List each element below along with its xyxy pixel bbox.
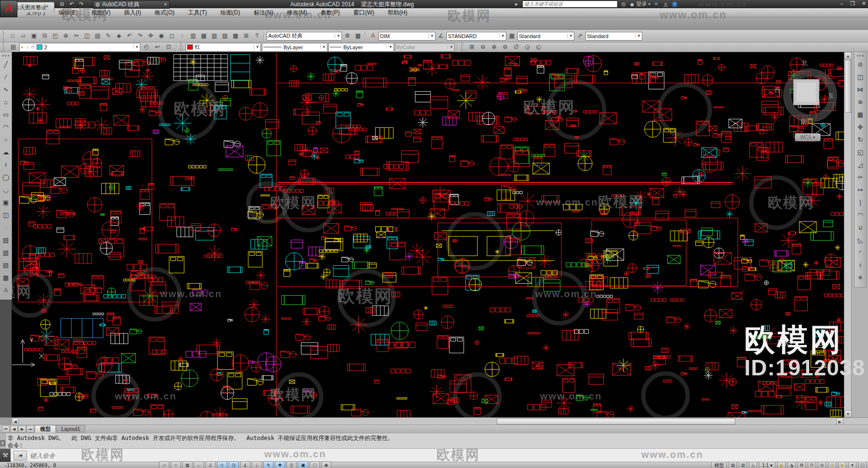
annotation-monitor-toggle[interactable]: ◉: [321, 461, 331, 468]
ellipse-icon[interactable]: ◯: [1, 171, 11, 184]
extend-icon[interactable]: ↦: [855, 184, 865, 196]
array-icon[interactable]: ▦: [855, 109, 865, 121]
rectangle-icon[interactable]: ▭: [1, 109, 11, 121]
menu-item[interactable]: 视图(V): [84, 9, 117, 17]
mirror-icon[interactable]: ⋈: [855, 83, 865, 96]
viewcube-west-label[interactable]: 西: [774, 86, 781, 95]
menu-item[interactable]: 绘图(D): [214, 9, 247, 17]
wcs-menu-button[interactable]: WCS ▾: [795, 133, 821, 141]
copy-clip-icon[interactable]: ◫: [82, 31, 92, 41]
multileader-style-select[interactable]: Standard▼: [585, 32, 642, 41]
circle-icon[interactable]: ○: [1, 134, 11, 146]
scroll-left-icon[interactable]: ◀: [12, 418, 19, 425]
annotation-scale-icon[interactable]: △: [749, 462, 757, 468]
layer-lock-icon[interactable]: ⊓: [31, 45, 35, 50]
remove-from-group-icon[interactable]: ⊜: [500, 42, 510, 52]
layer-translator-icon[interactable]: ⊡: [163, 42, 174, 52]
annotation-visibility-icon[interactable]: ◭: [777, 462, 786, 468]
signin-button[interactable]: ☻ 登录 ▾: [629, 0, 651, 8]
toolbar-grip[interactable]: [180, 42, 184, 52]
region-icon[interactable]: ▤: [1, 259, 11, 272]
model-space-button[interactable]: 模型: [711, 462, 727, 468]
break-icon[interactable]: ◠: [855, 209, 865, 221]
gradient-icon[interactable]: ▧: [1, 247, 11, 259]
exchange-apps-icon[interactable]: ✕: [652, 1, 660, 7]
open-file-icon[interactable]: ▱: [29, 0, 37, 8]
layer-previous-icon[interactable]: ↩: [152, 42, 163, 52]
snap-mode-toggle[interactable]: ⌗: [171, 461, 181, 468]
table-style-select[interactable]: Standard▼: [517, 32, 574, 41]
group-bounding-box-icon[interactable]: ∅: [511, 42, 521, 52]
first-tab-icon[interactable]: ⏮: [2, 426, 10, 433]
paste-icon[interactable]: ▤: [93, 31, 103, 41]
named-group-icon[interactable]: ◶: [522, 42, 532, 52]
polygon-icon[interactable]: ⌂: [1, 96, 11, 109]
construction-line-icon[interactable]: ∕: [1, 71, 11, 83]
layer-properties-manager-icon[interactable]: ▤: [8, 42, 18, 52]
properties-palette-icon[interactable]: ▥: [188, 31, 198, 41]
viewcube-top-face[interactable]: [793, 79, 819, 105]
viewcube-north-label[interactable]: 北: [801, 59, 808, 68]
make-block-icon[interactable]: ◫: [1, 209, 11, 221]
layer-freeze-sun-icon[interactable]: ☼: [25, 45, 29, 50]
toolbar-grip[interactable]: [3, 31, 6, 41]
markup-set-manager-icon[interactable]: ▩: [231, 31, 241, 41]
quick-view-drawings-icon[interactable]: ▥: [739, 462, 747, 468]
group-icon[interactable]: ⊞: [467, 42, 477, 52]
designcenter-icon[interactable]: ▦: [199, 31, 209, 41]
layer-states-icon[interactable]: ◴: [141, 42, 151, 52]
my-workspace-icon[interactable]: ▩: [353, 31, 363, 41]
point-icon[interactable]: ·: [1, 221, 11, 234]
model-tab[interactable]: 模型: [35, 425, 56, 433]
dynamic-ucs-toggle[interactable]: ⊥: [252, 461, 262, 468]
undo-icon[interactable]: ↶: [68, 0, 76, 8]
annotation-scale-value[interactable]: 1:1 ▾: [759, 462, 775, 468]
prev-tab-icon[interactable]: ◀: [10, 426, 18, 433]
quickcalc-icon[interactable]: ⊞: [241, 31, 251, 41]
infer-constraints-toggle[interactable]: ▱: [159, 461, 169, 468]
menu-item[interactable]: 编辑(E): [52, 9, 84, 17]
3d-object-snap-toggle[interactable]: ◳: [229, 461, 239, 468]
pan-icon[interactable]: ✜: [146, 31, 156, 41]
spline-icon[interactable]: ≀: [1, 159, 11, 171]
ortho-mode-toggle[interactable]: ∟: [194, 461, 204, 468]
quick-view-layouts-icon[interactable]: ▤: [729, 462, 737, 468]
workspace-settings-icon[interactable]: ⚙: [342, 31, 353, 41]
menu-item[interactable]: 插入(I): [117, 9, 148, 17]
zoom-realtime-icon[interactable]: ◉: [156, 31, 166, 41]
customize-wrench-icon[interactable]: ⚒: [0, 449, 11, 462]
workspace-select[interactable]: ⚙ AutoCAD 经典 ▼: [93, 0, 170, 9]
close-button[interactable]: ✕: [862, 0, 866, 7]
layer-select[interactable]: ● ☼ ⊓ 2 ▼: [19, 43, 140, 52]
menu-item[interactable]: 参数(P): [314, 9, 347, 17]
polar-tracking-toggle[interactable]: ∠: [205, 461, 216, 468]
table-icon[interactable]: ▦: [1, 272, 11, 284]
erase-icon[interactable]: ⊘: [855, 58, 865, 71]
next-tab-icon[interactable]: ▶: [18, 426, 26, 433]
drawing-status-warning-icon[interactable]: ⚠: [828, 462, 836, 468]
cut-icon[interactable]: ✂: [71, 31, 81, 41]
stretch-icon[interactable]: ◿: [855, 159, 865, 171]
help-icon[interactable]: ?: [672, 1, 678, 7]
menu-item[interactable]: 格式(O): [148, 9, 181, 17]
fillet-icon[interactable]: ◜: [855, 247, 865, 259]
object-snap-toggle[interactable]: ◇: [217, 461, 227, 468]
object-color-select[interactable]: 红 ▼: [186, 43, 261, 52]
lineweight-display-toggle[interactable]: ✚: [275, 461, 285, 468]
add-to-group-icon[interactable]: ⊕: [489, 42, 499, 52]
application-menu-button[interactable]: A: [0, 0, 17, 17]
new-file-icon[interactable]: □: [8, 31, 18, 41]
isolate-objects-icon[interactable]: ◎: [818, 462, 826, 468]
autoscale-annotations-icon[interactable]: ◮: [787, 462, 796, 468]
status-tray-menu-icon[interactable]: ▾: [848, 462, 856, 468]
trim-icon[interactable]: ✂: [855, 171, 865, 184]
plot-icon[interactable]: ⊟: [40, 31, 50, 41]
toolbar-grip[interactable]: [3, 42, 6, 52]
multiline-text-icon[interactable]: A: [1, 284, 11, 297]
horizontal-scroll-thumb[interactable]: [497, 418, 735, 425]
break-at-point-icon[interactable]: ∣: [855, 196, 865, 209]
redo-icon[interactable]: ↷: [135, 31, 145, 41]
help-icon[interactable]: ?: [252, 31, 262, 41]
scroll-down-icon[interactable]: ▼: [844, 410, 852, 417]
revision-cloud-icon[interactable]: ☁: [1, 146, 11, 159]
